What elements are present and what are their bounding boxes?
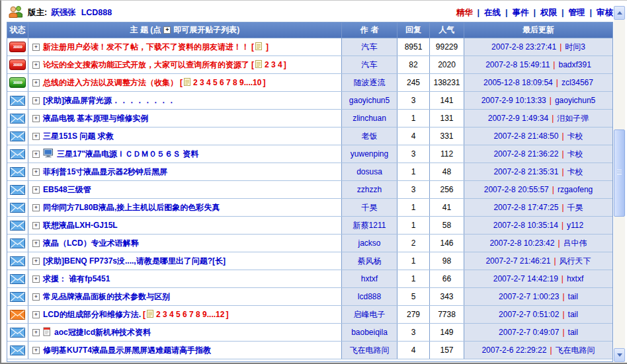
multipage-links[interactable]: [ 2 3 4 ] <box>251 60 286 70</box>
last-poster-link[interactable]: y112 <box>567 221 583 230</box>
vertical-scrollbar[interactable] <box>614 6 625 362</box>
last-post-time-link[interactable]: 2007-2-6 22:29:22 <box>481 346 546 355</box>
author-link[interactable]: jackso <box>358 238 380 248</box>
author-link[interactable]: dosusa <box>356 167 382 176</box>
expand-toggle-icon[interactable]: + <box>32 293 40 301</box>
topic-title-link[interactable]: 常见品牌液晶面板的技术参数与区别 <box>43 291 170 303</box>
last-post-time-link[interactable]: 2005-12-8 18:09:54 <box>483 78 553 87</box>
topic-title-link[interactable]: 总线的进入方法以及调整方法（收集） <box>43 77 178 89</box>
expand-toggle-icon[interactable]: + <box>32 97 40 104</box>
last-poster-link[interactable]: 风行天下 <box>560 256 591 267</box>
last-post-time-link[interactable]: 2007-2-8 10:35:14 <box>493 221 558 230</box>
topic-title-link[interactable]: LCD的组成部分和维修方法. <box>43 309 141 320</box>
expand-toggle-icon[interactable]: + <box>32 258 40 265</box>
moderator-link-2[interactable]: LCD888 <box>81 8 112 17</box>
last-post-time-link[interactable]: 2007-2-7 14:42:19 <box>493 274 558 283</box>
scroll-down-button[interactable] <box>614 348 625 362</box>
last-poster-link[interactable]: tail <box>568 328 578 337</box>
page-number-links[interactable]: 2 3 4 5 6 7 8 9....10 <box>193 78 261 87</box>
expand-toggle-icon[interactable]: + <box>32 151 40 158</box>
expand-toggle-icon[interactable]: + <box>32 222 40 229</box>
last-poster-link[interactable]: zcl34567 <box>562 78 593 87</box>
topic-title-link[interactable]: 求援： 谁有fp5451 <box>43 273 110 285</box>
expand-toggle-icon[interactable]: + <box>32 168 40 176</box>
last-poster-link[interactable]: 卡校 <box>567 149 583 160</box>
topic-title-link[interactable]: aoc冠捷lcd新机种技术资料 <box>54 327 151 338</box>
last-poster-link[interactable]: 时间3 <box>565 42 585 53</box>
topic-title-link[interactable]: 修明基KU7T4液晶显示屏黑屏遇难题请高手指教 <box>43 345 211 356</box>
author-link[interactable]: 綦风杨 <box>358 256 382 267</box>
last-poster-link[interactable]: 卡校 <box>567 166 583 178</box>
last-poster-link[interactable]: gaoyichun5 <box>555 96 595 105</box>
author-link[interactable]: lcd888 <box>358 292 381 301</box>
author-link[interactable]: 汽车 <box>362 59 378 71</box>
topic-title-link[interactable]: 三星17"液晶电源ＩＣＤＭ０５６Ｓ 资料 <box>57 149 198 160</box>
multipage-links[interactable]: [ ] <box>251 42 269 52</box>
author-link[interactable]: 汽车 <box>362 42 378 53</box>
topic-title-link[interactable]: 联想液晶LXH-GJ15L <box>43 220 118 231</box>
last-poster-link[interactable]: 卡校 <box>567 131 583 142</box>
expand-toggle-icon[interactable]: + <box>32 44 40 51</box>
expand-toggle-icon[interactable]: + <box>32 79 40 87</box>
last-poster-link[interactable]: 飞在电路间 <box>556 345 595 356</box>
expand-toggle-icon[interactable]: + <box>32 61 40 69</box>
last-post-time-link[interactable]: 2007-2-8 17:47:25 <box>493 203 558 212</box>
last-post-time-link[interactable]: 2007-2-7 0:51:02 <box>499 310 559 319</box>
admin-link-2[interactable]: 在线 <box>484 8 501 17</box>
topic-title-link[interactable]: 同华同方7L80B液晶,接上主机以后图象的色彩失真 <box>43 202 220 213</box>
admin-link-6[interactable]: 审核 <box>597 8 613 17</box>
last-poster-link[interactable]: hxtxf <box>567 274 583 283</box>
last-poster-link[interactable]: tail <box>568 310 578 319</box>
topic-title-link[interactable]: 论坛的全文搜索功能正式开放，大家可以查询所有的资源了 <box>43 59 249 71</box>
last-poster-link[interactable]: tail <box>568 292 578 301</box>
last-post-time-link[interactable]: 2007-2-8 20:55:57 <box>484 185 549 194</box>
last-post-time-link[interactable]: 2007-2-8 23:27:41 <box>491 42 556 52</box>
author-link[interactable]: 新蔡1211 <box>353 220 386 231</box>
last-post-time-link[interactable]: 2007-2-9 10:13:33 <box>481 96 546 105</box>
last-post-time-link[interactable]: 2007-2-9 1:49:34 <box>488 114 548 123</box>
author-link[interactable]: 随波逐流 <box>354 77 386 89</box>
admin-link-3[interactable]: 事件 <box>513 8 529 17</box>
expand-toggle-icon[interactable]: + <box>32 186 40 194</box>
topic-title-link[interactable]: 菲利普15寸液晶显示器2秒钟后黑屏 <box>43 166 167 178</box>
author-link[interactable]: zlinchuan <box>353 114 386 123</box>
last-post-time-link[interactable]: 2007-2-7 1:00:23 <box>499 292 559 301</box>
scrollbar-thumb[interactable] <box>614 129 625 217</box>
author-link[interactable]: gaoyichun5 <box>349 96 390 105</box>
author-link[interactable]: 飞在电路间 <box>350 345 390 356</box>
last-poster-link[interactable]: 吕中伟 <box>564 238 587 249</box>
expand-toggle-icon[interactable]: + <box>32 115 40 122</box>
last-post-time-link[interactable]: 2007-2-8 10:23:42 <box>489 238 554 248</box>
expand-toggle-icon[interactable]: + <box>32 204 40 211</box>
author-link[interactable]: 老饭 <box>362 131 378 142</box>
last-poster-link[interactable]: badxf391 <box>558 60 591 69</box>
multipage-links[interactable]: [ 2 3 4 5 6 7 8 9....10 ] <box>180 78 265 88</box>
expand-toggle-icon[interactable]: + <box>32 311 40 318</box>
last-post-time-link[interactable]: 2007-2-8 15:49:11 <box>485 60 550 69</box>
topic-title-link[interactable]: 液晶（LCD）专业术语解释 <box>43 238 139 249</box>
author-link[interactable]: yuwenping <box>351 149 388 159</box>
expand-toggle-icon[interactable]: + <box>32 133 40 140</box>
last-post-time-link[interactable]: 2007-2-8 21:48:50 <box>493 131 558 141</box>
topic-title-link[interactable]: 液晶电视 基本原理与维修实例 <box>43 113 148 124</box>
topic-title-link[interactable]: [求助]BENQ FP737s没....,请教是哪里出了问题?[长] <box>43 256 226 267</box>
expand-toggle-icon[interactable]: + <box>32 347 40 354</box>
topic-title-link[interactable]: 三星151S 问题 求救 <box>43 131 114 142</box>
author-link[interactable]: zzhzzh <box>357 185 382 194</box>
expand-toggle-icon[interactable]: + <box>32 275 40 283</box>
last-poster-link[interactable]: 泪如子弹 <box>557 113 589 124</box>
expand-toggle-icon[interactable]: + <box>32 329 40 336</box>
scroll-up-button[interactable] <box>614 6 625 20</box>
last-post-time-link[interactable]: 2007-2-7 21:46:21 <box>485 256 550 266</box>
expand-toggle-icon[interactable]: + <box>32 240 40 247</box>
moderator-link-1[interactable]: 跃强张 <box>51 7 76 18</box>
author-link[interactable]: hxtxf <box>361 274 378 283</box>
topic-title-link[interactable]: EB548三级管 <box>43 184 91 196</box>
last-post-time-link[interactable]: 2007-2-7 0:49:07 <box>499 328 559 337</box>
author-link[interactable]: baobeiqila <box>351 328 388 337</box>
admin-link-4[interactable]: 权限 <box>540 8 557 17</box>
admin-link-5[interactable]: 管理 <box>569 8 585 17</box>
last-poster-link[interactable]: 千昊 <box>567 202 583 213</box>
topic-title-link[interactable]: [求助]液晶屏背光源．．．．．．．． <box>43 95 175 106</box>
last-post-time-link[interactable]: 2007-2-8 21:35:31 <box>493 167 558 176</box>
